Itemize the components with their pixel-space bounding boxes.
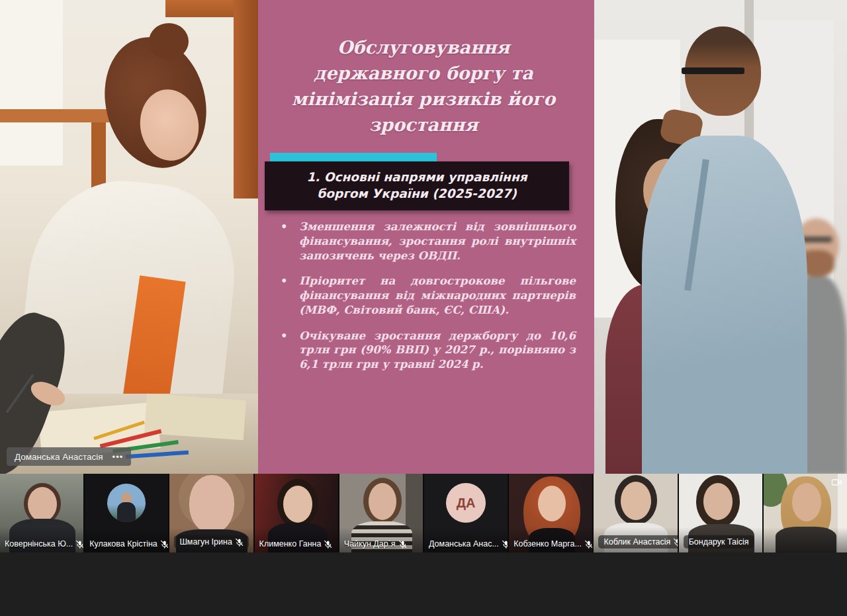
slide-title: Обслуговування державного боргу та мінім… bbox=[275, 34, 572, 138]
participant-tile[interactable]: Ковернінська Ю... bbox=[0, 474, 83, 552]
presentation-slide: Обслуговування державного боргу та мінім… bbox=[258, 0, 589, 474]
mic-muted-icon bbox=[398, 540, 407, 549]
participant-tile[interactable]: Клименко Ганна bbox=[255, 474, 338, 552]
mic-muted-icon bbox=[160, 540, 169, 549]
camera-on-icon bbox=[831, 478, 842, 487]
mic-muted-icon bbox=[584, 540, 592, 549]
participant-label: Ковернінська Ю... bbox=[5, 539, 83, 549]
participant-label: Кобзенко Марга... bbox=[513, 539, 592, 549]
participant-filmstrip: Ковернінська Ю... Кулакова Крістіна Шмаг… bbox=[0, 474, 847, 552]
participant-tile[interactable]: Шмагун Ірина bbox=[169, 474, 253, 552]
participant-tile[interactable]: Кобзенко Марга... bbox=[509, 474, 592, 552]
mic-muted-icon bbox=[502, 540, 508, 549]
participant-label: Кулакова Крістіна bbox=[89, 539, 168, 549]
mic-muted-icon bbox=[673, 538, 677, 547]
participant-tile[interactable]: Коблик Анастасія bbox=[594, 474, 677, 552]
participant-label: Доманська Анас... bbox=[429, 539, 508, 549]
call-toolbar bbox=[0, 552, 847, 616]
bullet-list: Зменшення залежності від зовнішнього фін… bbox=[277, 220, 576, 383]
accent-bar bbox=[270, 153, 437, 161]
participant-tile[interactable]: Чайкун Дар`я bbox=[339, 474, 423, 552]
avatar bbox=[107, 484, 146, 522]
section-heading-box: 1. Основні напрями управління боргом Укр… bbox=[265, 161, 569, 210]
mic-muted-icon bbox=[324, 540, 332, 549]
participant-label: Клименко Ганна bbox=[259, 539, 333, 549]
meeting-window: Обслуговування державного боргу та мінім… bbox=[0, 0, 847, 616]
screenshare-stage: Обслуговування державного боргу та мінім… bbox=[0, 0, 847, 474]
participant-tile[interactable]: Бондарук Таісія bbox=[679, 474, 762, 552]
slide-photo-left bbox=[0, 0, 258, 474]
mic-muted-icon bbox=[75, 540, 83, 549]
participant-label: Бондарук Таісія bbox=[684, 535, 754, 549]
presenter-name: Доманська Анастасія bbox=[15, 452, 103, 462]
bullet-item: Пріоритет на довгострокове пільгове фіна… bbox=[277, 274, 576, 317]
participant-label: Чайкун Дар`я bbox=[344, 539, 407, 549]
presenter-name-overlay: Доманська Анастасія ••• bbox=[7, 447, 131, 466]
participant-label: Шмагун Ірина bbox=[174, 535, 248, 549]
participant-tile[interactable] bbox=[764, 474, 847, 552]
section-heading: 1. Основні напрями управління боргом Укр… bbox=[265, 169, 569, 202]
bullet-item: Очікуване зростання держборгу до 10,6 тр… bbox=[277, 329, 576, 372]
avatar-initials: ДА bbox=[446, 483, 486, 523]
bullet-item: Зменшення залежності від зовнішнього фін… bbox=[277, 220, 576, 263]
participant-tile[interactable]: ДА Доманська Анас... bbox=[424, 474, 508, 552]
presenter-more-button[interactable]: ••• bbox=[112, 452, 124, 462]
participant-tile[interactable]: Кулакова Крістіна bbox=[85, 474, 168, 552]
slide-photo-right bbox=[589, 0, 847, 474]
mic-muted-icon bbox=[235, 538, 244, 547]
participant-label: Коблик Анастасія bbox=[598, 535, 677, 549]
